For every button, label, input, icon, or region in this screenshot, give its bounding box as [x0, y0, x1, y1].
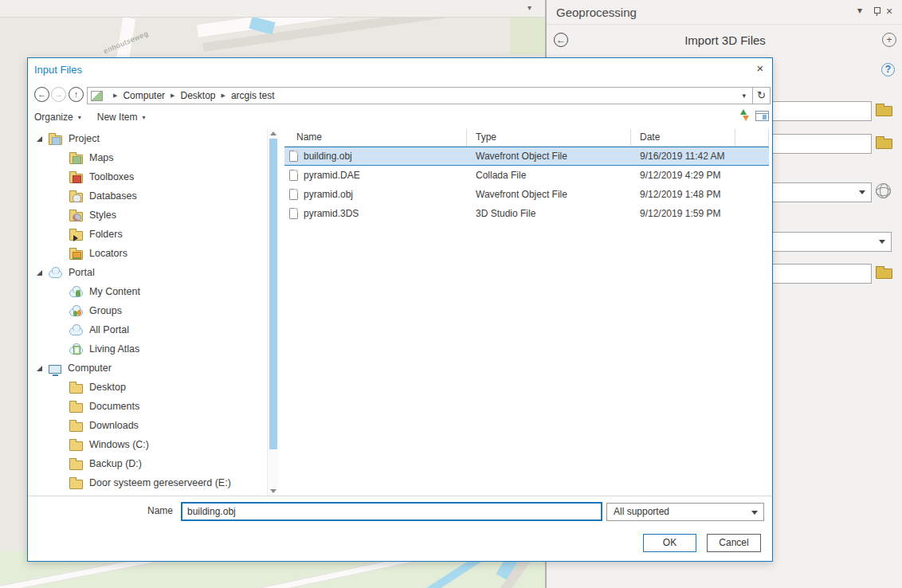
map-top-band: ▾ [0, 0, 545, 18]
computer-monitor-icon [49, 365, 61, 374]
tree-item-computer[interactable]: Computer [29, 359, 267, 378]
breadcrumb-item-computer[interactable]: Computer [123, 90, 165, 101]
browse-button[interactable] [875, 103, 894, 119]
folder-icon [876, 106, 892, 116]
chevron-down-icon[interactable]: ▾ [78, 114, 81, 121]
database-folder-icon [69, 193, 83, 202]
tree-item-locators[interactable]: Locators [29, 244, 267, 263]
tree-scrollbar[interactable] [267, 129, 278, 496]
tree-item-drive-e[interactable]: Door systeem gereserveerd (E:) [29, 473, 267, 492]
panel-close-icon[interactable]: × [886, 5, 892, 18]
breadcrumb-separator-icon: ▶ [113, 92, 117, 99]
tree-item-label: My Content [89, 286, 140, 297]
tree-item-backup-d[interactable]: Backup (D:) [29, 454, 267, 473]
file-type: Collada File [467, 167, 631, 184]
expanded-triangle-icon[interactable] [37, 136, 42, 142]
column-header-name[interactable]: Name [284, 129, 467, 147]
tree-item-toolboxes[interactable]: Toolboxes [29, 167, 267, 186]
groups-icon [69, 308, 83, 316]
filename-input[interactable] [181, 502, 602, 521]
dialog-close-icon[interactable]: × [751, 61, 769, 75]
panel-menu-arrow-icon[interactable]: ▾ [857, 5, 862, 16]
tree-item-label: Computer [68, 363, 112, 374]
scroll-down-icon[interactable] [270, 489, 276, 493]
folder-icon [69, 441, 83, 451]
organize-menu[interactable]: Organize [34, 112, 73, 123]
file-name: pyramid.DAE [304, 167, 360, 184]
tree-item-windows-c[interactable]: Windows (C:) [29, 435, 267, 454]
file-row-pyramid-obj[interactable]: pyramid.obj Wavefront Object File 9/12/2… [284, 185, 769, 204]
tree-item-my-content[interactable]: My Content [29, 282, 267, 301]
tool-title: Import 3D Files [547, 33, 902, 47]
scroll-up-icon[interactable] [270, 131, 276, 135]
browse-button[interactable] [875, 265, 894, 281]
address-dropdown-icon[interactable]: ▾ [742, 92, 746, 100]
scrollbar-thumb[interactable] [269, 139, 277, 449]
add-button[interactable]: + [882, 33, 896, 47]
tree-item-databases[interactable]: Databases [29, 186, 267, 206]
file-date: 9/12/2019 1:59 PM [631, 205, 735, 222]
tree-item-downloads[interactable]: Downloads [29, 416, 267, 435]
column-header-type[interactable]: Type [467, 129, 631, 147]
file-row-pyramid-dae[interactable]: pyramid.DAE Collada File 9/12/2019 4:29 … [284, 166, 769, 185]
folder-icon [69, 403, 83, 413]
tree-item-desktop[interactable]: Desktop [29, 378, 267, 397]
app-window: enhoutseweg ▾ Geoprocessing ▾ × ← Import… [0, 0, 902, 588]
file-name: pyramid.obj [304, 186, 353, 203]
cloud-icon [69, 327, 83, 335]
chevron-down-icon [859, 190, 865, 194]
divider [28, 496, 772, 496]
file-row-pyramid-3ds[interactable]: pyramid.3DS 3D Studio File 9/12/2019 1:5… [284, 204, 769, 223]
tree-item-project[interactable]: Project [29, 129, 267, 148]
folder-icon [69, 461, 83, 470]
tree-item-label: Project [69, 133, 100, 144]
chevron-down-icon[interactable]: ▾ [527, 3, 531, 12]
file-icon [289, 170, 298, 181]
tree-item-styles[interactable]: Styles [29, 206, 267, 225]
tree-item-living-atlas[interactable]: Living Atlas [29, 339, 267, 359]
file-type: Wavefront Object File [467, 147, 631, 165]
tree-item-portal[interactable]: Portal [29, 263, 267, 282]
ok-button[interactable]: OK [643, 534, 696, 552]
file-name: building.obj [304, 147, 352, 165]
breadcrumb-item-desktop[interactable]: Desktop [180, 90, 215, 101]
new-item-menu[interactable]: New Item [97, 112, 138, 123]
nav-forward-button[interactable]: → [51, 87, 66, 102]
refresh-button[interactable]: ↻ [752, 88, 770, 104]
nav-back-button[interactable]: ← [34, 87, 49, 102]
tree-item-groups[interactable]: Groups [29, 301, 267, 320]
breadcrumb-item-arcgis-test[interactable]: arcgis test [231, 90, 275, 101]
chevron-down-icon[interactable]: ▾ [142, 114, 145, 121]
tree-item-documents[interactable]: Documents [29, 397, 267, 416]
tree-item-folders[interactable]: Folders [29, 225, 267, 244]
file-icon [289, 189, 298, 200]
tree-item-all-portal[interactable]: All Portal [29, 320, 267, 339]
browse-button[interactable] [875, 135, 894, 151]
file-date: 9/16/2019 11:42 AM [631, 147, 735, 165]
tree-item-label: Desktop [89, 382, 126, 393]
tree-item-label: Toolboxes [89, 171, 134, 182]
cancel-button[interactable]: Cancel [707, 534, 761, 552]
file-type-filter-dropdown[interactable]: All supported [606, 503, 764, 521]
tree-item-label: Portal [69, 267, 95, 278]
my-content-icon [69, 289, 83, 297]
tree-item-label: Documents [89, 401, 139, 412]
globe-icon[interactable] [876, 183, 891, 198]
portal-cloud-icon [49, 270, 62, 278]
maps-folder-icon [69, 155, 83, 164]
nav-up-button[interactable]: ↑ [69, 87, 84, 102]
expanded-triangle-icon[interactable] [37, 366, 42, 371]
column-header-date[interactable]: Date [631, 129, 735, 147]
tree-item-label: Door systeem gereserveerd (E:) [89, 477, 231, 488]
file-icon [289, 151, 298, 162]
locator-folder-icon [69, 250, 83, 260]
pin-icon[interactable] [873, 6, 880, 17]
file-type: Wavefront Object File [467, 186, 631, 203]
sort-order-icon[interactable] [740, 109, 750, 121]
expanded-triangle-icon[interactable] [37, 270, 42, 276]
dialog-title: Input Files [34, 64, 82, 76]
file-row-building-obj[interactable]: building.obj Wavefront Object File 9/16/… [284, 147, 769, 166]
help-icon[interactable]: ? [881, 63, 895, 76]
details-view-icon[interactable] [755, 111, 769, 121]
tree-item-maps[interactable]: Maps [29, 148, 267, 167]
